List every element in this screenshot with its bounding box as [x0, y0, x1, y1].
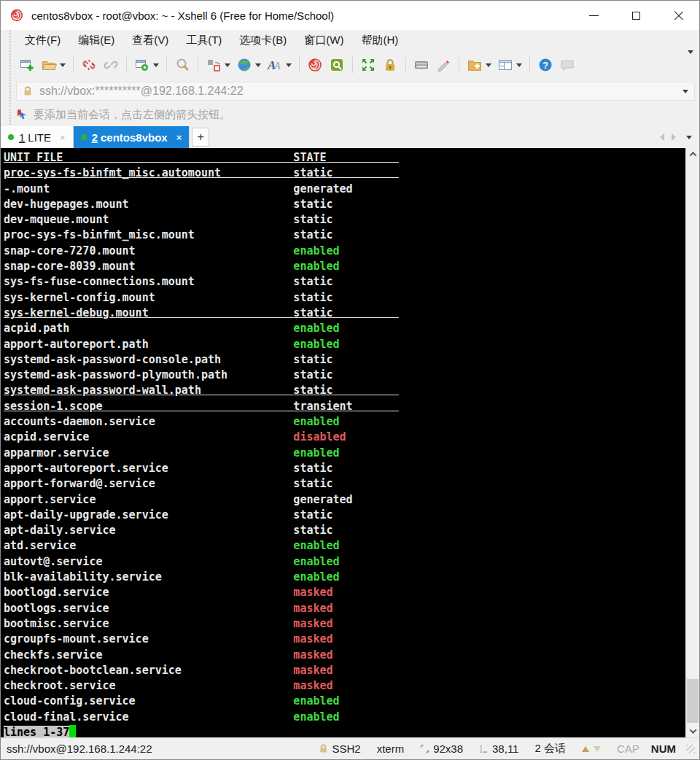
- notice-bar: 要添加当前会话，点击左侧的箭头按钮。: [1, 103, 699, 126]
- maximize-button[interactable]: [615, 1, 657, 30]
- notice-drag-grip[interactable]: [8, 103, 12, 126]
- toolbar-separator: [126, 57, 127, 73]
- highlight-pen-icon: [435, 57, 451, 73]
- menu-edit[interactable]: 编辑(E): [69, 31, 123, 50]
- tab-close-icon[interactable]: ×: [60, 132, 66, 143]
- menu-tools[interactable]: 工具(T): [177, 31, 230, 50]
- font-dropdown[interactable]: [286, 63, 292, 67]
- globe-icon: [236, 57, 252, 73]
- terminal-row: apt-daily-upgrade.service static: [4, 508, 682, 523]
- minimize-button[interactable]: [572, 1, 615, 30]
- tab-close-icon[interactable]: ×: [176, 132, 182, 143]
- status-bar: ssh://vbox@192.168.1.244:22 SSH2 xterm 9…: [1, 737, 699, 759]
- session-properties-dropdown[interactable]: [153, 63, 159, 67]
- reconnect-button[interactable]: [101, 54, 121, 76]
- xshell-button[interactable]: [305, 54, 325, 76]
- session-properties-icon: [134, 57, 150, 73]
- session-properties-button[interactable]: [132, 54, 161, 76]
- toolbar-separator: [73, 57, 74, 73]
- menu-view[interactable]: 查看(V): [123, 31, 177, 50]
- terminal-row: bootlogd.service masked: [4, 585, 682, 600]
- web-browser-button[interactable]: [234, 54, 263, 76]
- highlight-pen-button[interactable]: [433, 54, 454, 76]
- status-emulation: xterm: [377, 742, 405, 755]
- tab-index: 1: [19, 131, 25, 144]
- arrange-transfer-button[interactable]: [203, 54, 233, 76]
- menu-help[interactable]: 帮助(H): [352, 31, 407, 50]
- toolbar-drag-grip2[interactable]: [8, 50, 12, 80]
- address-dropdown[interactable]: [682, 90, 688, 93]
- terminal[interactable]: UNIT FILE STATE proc-sys-fs-binfmt_misc.…: [1, 148, 699, 737]
- font-button[interactable]: A A: [265, 54, 294, 76]
- terminal-row: proc-sys-fs-binfmt_misc.mount static: [4, 228, 682, 243]
- menu-tabs[interactable]: 选项卡(B): [230, 31, 295, 50]
- fullscreen-button[interactable]: [358, 54, 378, 76]
- toolbar-overflow-dropdown[interactable]: [688, 50, 693, 60]
- status-scroll-arrows: [582, 746, 601, 752]
- window-title: centos8vbox - root@vbox: ~ - Xshell 6 (F…: [31, 9, 334, 22]
- arrow-down-icon[interactable]: [594, 746, 601, 752]
- terminal-row: bootlogs.service masked: [4, 601, 682, 616]
- address-bar: ssh://vbox:**********@192.168.1.244:22: [1, 80, 699, 103]
- terminal-row: apport-autoreport.path enabled: [4, 337, 682, 352]
- split-window-button[interactable]: [495, 54, 524, 76]
- arrange-transfer-dropdown[interactable]: [225, 63, 230, 67]
- status-session-count: 2 会话: [534, 742, 566, 756]
- menu-window[interactable]: 窗口(W): [295, 31, 352, 50]
- terminal-row: dev-hugepages.mount static: [4, 197, 682, 212]
- feedback-icon: [559, 57, 575, 73]
- keyboard-icon: [413, 57, 429, 73]
- terminal-row: proc-sys-fs-binfmt_misc.automount static: [4, 166, 682, 181]
- scroll-down-button[interactable]: [686, 725, 699, 737]
- arrow-up-icon[interactable]: [582, 746, 589, 752]
- new-folder-dropdown[interactable]: [486, 63, 491, 67]
- address-lock-icon: [23, 86, 33, 96]
- lock-screen-button[interactable]: [380, 54, 400, 76]
- terminal-row: apport-autoreport.service static: [4, 461, 682, 476]
- address-input[interactable]: ssh://vbox:**********@192.168.1.244:22: [39, 85, 680, 98]
- open-session-dropdown[interactable]: [60, 63, 66, 67]
- toolbar-drag-grip[interactable]: [8, 30, 12, 50]
- terminal-row: snap-core-7270.mount enabled: [4, 244, 682, 259]
- new-folder-button[interactable]: [464, 54, 494, 76]
- svg-text:A: A: [273, 61, 281, 71]
- find-button[interactable]: [172, 54, 192, 76]
- tab-lite[interactable]: 1 LITE ×: [1, 126, 74, 148]
- tab-scroll-right-icon[interactable]: [672, 133, 676, 141]
- feedback-button[interactable]: [557, 54, 578, 76]
- close-button[interactable]: [657, 1, 699, 30]
- scroll-up-button[interactable]: [686, 148, 699, 160]
- address-drag-grip[interactable]: [8, 80, 12, 103]
- terminal-row: apport.service generated: [4, 492, 682, 508]
- cursor-position-icon: [479, 744, 489, 753]
- menu-file[interactable]: 文件(F): [16, 31, 69, 50]
- help-button[interactable]: ?: [535, 54, 556, 76]
- window-resize-grip[interactable]: [686, 745, 695, 753]
- terminal-row: acpid.path enabled: [4, 321, 682, 336]
- scrollbar-thumb[interactable]: [687, 679, 699, 723]
- web-browser-dropdown[interactable]: [255, 63, 261, 67]
- chevron-up-icon: [689, 152, 696, 159]
- terminal-row: dev-mqueue.mount static: [4, 212, 682, 228]
- terminal-scrollbar[interactable]: [685, 148, 699, 737]
- toolbar-separator: [352, 57, 353, 73]
- xftp-button[interactable]: [327, 54, 347, 76]
- address-field[interactable]: ssh://vbox:**********@192.168.1.244:22: [16, 82, 695, 101]
- tab-centos8vbox[interactable]: 2 centos8vbox ×: [74, 126, 190, 148]
- tab-list-dropdown[interactable]: [686, 136, 692, 139]
- open-session-button[interactable]: [39, 54, 68, 76]
- terminal-row: cloud-config.service enabled: [4, 694, 682, 709]
- terminal-row: autovt@.service enabled: [4, 554, 682, 570]
- new-tab-button[interactable]: +: [192, 128, 209, 147]
- terminal-row: accounts-daemon.service enabled: [4, 414, 682, 430]
- disconnect-button[interactable]: [79, 54, 99, 76]
- terminal-row: sys-kernel-debug.mount static: [4, 306, 682, 321]
- minimize-icon: [589, 15, 599, 16]
- split-window-dropdown[interactable]: [516, 63, 522, 67]
- virtual-keyboard-button[interactable]: [411, 54, 432, 76]
- status-lock-icon: [319, 744, 328, 753]
- tab-scroll-left-icon[interactable]: [660, 133, 664, 141]
- new-session-button[interactable]: [17, 54, 37, 76]
- title-bar: centos8vbox - root@vbox: ~ - Xshell 6 (F…: [1, 1, 699, 30]
- terminal-row: atd.service enabled: [4, 538, 682, 554]
